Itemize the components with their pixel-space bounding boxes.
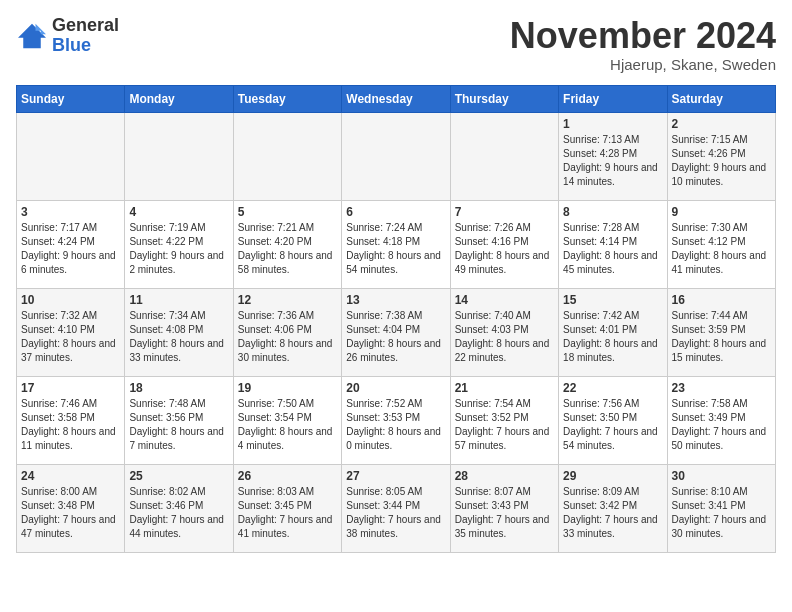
calendar-week-row: 24Sunrise: 8:00 AM Sunset: 3:48 PM Dayli… [17,464,776,552]
calendar-day-cell: 23Sunrise: 7:58 AM Sunset: 3:49 PM Dayli… [667,376,775,464]
calendar-day-cell: 2Sunrise: 7:15 AM Sunset: 4:26 PM Daylig… [667,112,775,200]
calendar-table: SundayMondayTuesdayWednesdayThursdayFrid… [16,85,776,553]
calendar-day-cell: 6Sunrise: 7:24 AM Sunset: 4:18 PM Daylig… [342,200,450,288]
day-info: Sunrise: 7:24 AM Sunset: 4:18 PM Dayligh… [346,221,445,277]
day-number: 28 [455,469,554,483]
day-number: 8 [563,205,662,219]
day-number: 24 [21,469,120,483]
calendar-day-cell: 30Sunrise: 8:10 AM Sunset: 3:41 PM Dayli… [667,464,775,552]
day-number: 1 [563,117,662,131]
day-info: Sunrise: 7:17 AM Sunset: 4:24 PM Dayligh… [21,221,120,277]
calendar-day-cell: 13Sunrise: 7:38 AM Sunset: 4:04 PM Dayli… [342,288,450,376]
calendar-day-cell: 25Sunrise: 8:02 AM Sunset: 3:46 PM Dayli… [125,464,233,552]
day-number: 23 [672,381,771,395]
day-number: 2 [672,117,771,131]
day-number: 18 [129,381,228,395]
logo-icon [16,22,48,50]
day-info: Sunrise: 7:36 AM Sunset: 4:06 PM Dayligh… [238,309,337,365]
weekday-header: Sunday [17,85,125,112]
day-info: Sunrise: 7:28 AM Sunset: 4:14 PM Dayligh… [563,221,662,277]
day-info: Sunrise: 7:38 AM Sunset: 4:04 PM Dayligh… [346,309,445,365]
day-info: Sunrise: 8:05 AM Sunset: 3:44 PM Dayligh… [346,485,445,541]
day-number: 3 [21,205,120,219]
calendar-week-row: 1Sunrise: 7:13 AM Sunset: 4:28 PM Daylig… [17,112,776,200]
day-number: 26 [238,469,337,483]
day-number: 21 [455,381,554,395]
day-info: Sunrise: 7:21 AM Sunset: 4:20 PM Dayligh… [238,221,337,277]
day-info: Sunrise: 7:32 AM Sunset: 4:10 PM Dayligh… [21,309,120,365]
day-number: 25 [129,469,228,483]
calendar-day-cell: 4Sunrise: 7:19 AM Sunset: 4:22 PM Daylig… [125,200,233,288]
day-number: 15 [563,293,662,307]
day-info: Sunrise: 8:03 AM Sunset: 3:45 PM Dayligh… [238,485,337,541]
day-number: 12 [238,293,337,307]
calendar-day-cell: 10Sunrise: 7:32 AM Sunset: 4:10 PM Dayli… [17,288,125,376]
calendar-day-cell [450,112,558,200]
logo-blue: Blue [52,35,91,55]
calendar-day-cell: 8Sunrise: 7:28 AM Sunset: 4:14 PM Daylig… [559,200,667,288]
day-number: 11 [129,293,228,307]
calendar-day-cell: 17Sunrise: 7:46 AM Sunset: 3:58 PM Dayli… [17,376,125,464]
calendar-day-cell: 27Sunrise: 8:05 AM Sunset: 3:44 PM Dayli… [342,464,450,552]
day-info: Sunrise: 7:48 AM Sunset: 3:56 PM Dayligh… [129,397,228,453]
logo-text: General Blue [52,16,119,56]
day-info: Sunrise: 7:46 AM Sunset: 3:58 PM Dayligh… [21,397,120,453]
day-info: Sunrise: 8:10 AM Sunset: 3:41 PM Dayligh… [672,485,771,541]
calendar-week-row: 3Sunrise: 7:17 AM Sunset: 4:24 PM Daylig… [17,200,776,288]
calendar-day-cell: 21Sunrise: 7:54 AM Sunset: 3:52 PM Dayli… [450,376,558,464]
day-number: 14 [455,293,554,307]
day-number: 22 [563,381,662,395]
weekday-header: Tuesday [233,85,341,112]
day-info: Sunrise: 7:58 AM Sunset: 3:49 PM Dayligh… [672,397,771,453]
calendar-day-cell: 5Sunrise: 7:21 AM Sunset: 4:20 PM Daylig… [233,200,341,288]
day-info: Sunrise: 7:56 AM Sunset: 3:50 PM Dayligh… [563,397,662,453]
weekday-header-row: SundayMondayTuesdayWednesdayThursdayFrid… [17,85,776,112]
calendar-day-cell [125,112,233,200]
logo: General Blue [16,16,119,56]
day-info: Sunrise: 7:34 AM Sunset: 4:08 PM Dayligh… [129,309,228,365]
calendar-week-row: 17Sunrise: 7:46 AM Sunset: 3:58 PM Dayli… [17,376,776,464]
day-info: Sunrise: 7:44 AM Sunset: 3:59 PM Dayligh… [672,309,771,365]
day-number: 29 [563,469,662,483]
day-info: Sunrise: 7:54 AM Sunset: 3:52 PM Dayligh… [455,397,554,453]
calendar-day-cell: 1Sunrise: 7:13 AM Sunset: 4:28 PM Daylig… [559,112,667,200]
location: Hjaerup, Skane, Sweden [510,56,776,73]
calendar-day-cell: 7Sunrise: 7:26 AM Sunset: 4:16 PM Daylig… [450,200,558,288]
day-number: 4 [129,205,228,219]
calendar-day-cell: 12Sunrise: 7:36 AM Sunset: 4:06 PM Dayli… [233,288,341,376]
day-number: 17 [21,381,120,395]
day-number: 16 [672,293,771,307]
day-number: 19 [238,381,337,395]
weekday-header: Thursday [450,85,558,112]
page-header: General Blue November 2024 Hjaerup, Skan… [16,16,776,73]
calendar-day-cell [342,112,450,200]
day-number: 30 [672,469,771,483]
day-info: Sunrise: 7:26 AM Sunset: 4:16 PM Dayligh… [455,221,554,277]
day-info: Sunrise: 7:30 AM Sunset: 4:12 PM Dayligh… [672,221,771,277]
calendar-day-cell [233,112,341,200]
calendar-day-cell: 18Sunrise: 7:48 AM Sunset: 3:56 PM Dayli… [125,376,233,464]
calendar-day-cell: 15Sunrise: 7:42 AM Sunset: 4:01 PM Dayli… [559,288,667,376]
day-info: Sunrise: 8:07 AM Sunset: 3:43 PM Dayligh… [455,485,554,541]
day-number: 6 [346,205,445,219]
day-info: Sunrise: 7:42 AM Sunset: 4:01 PM Dayligh… [563,309,662,365]
weekday-header: Wednesday [342,85,450,112]
day-info: Sunrise: 7:52 AM Sunset: 3:53 PM Dayligh… [346,397,445,453]
day-info: Sunrise: 8:00 AM Sunset: 3:48 PM Dayligh… [21,485,120,541]
calendar-day-cell: 3Sunrise: 7:17 AM Sunset: 4:24 PM Daylig… [17,200,125,288]
day-number: 20 [346,381,445,395]
weekday-header: Monday [125,85,233,112]
day-info: Sunrise: 7:19 AM Sunset: 4:22 PM Dayligh… [129,221,228,277]
title-block: November 2024 Hjaerup, Skane, Sweden [510,16,776,73]
day-number: 10 [21,293,120,307]
day-info: Sunrise: 8:02 AM Sunset: 3:46 PM Dayligh… [129,485,228,541]
calendar-day-cell: 11Sunrise: 7:34 AM Sunset: 4:08 PM Dayli… [125,288,233,376]
day-info: Sunrise: 8:09 AM Sunset: 3:42 PM Dayligh… [563,485,662,541]
day-number: 27 [346,469,445,483]
calendar-day-cell: 9Sunrise: 7:30 AM Sunset: 4:12 PM Daylig… [667,200,775,288]
day-info: Sunrise: 7:15 AM Sunset: 4:26 PM Dayligh… [672,133,771,189]
svg-marker-0 [18,24,46,49]
logo-general: General [52,15,119,35]
day-number: 13 [346,293,445,307]
weekday-header: Saturday [667,85,775,112]
